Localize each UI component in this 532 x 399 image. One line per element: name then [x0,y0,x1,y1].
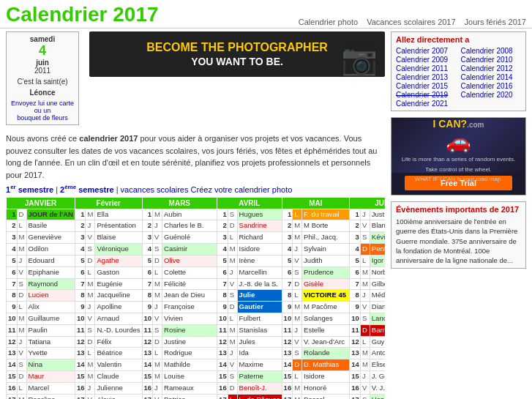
saint-name: Léonce [11,89,74,97]
car-icon: 🚗 [402,130,516,154]
sidebar-link-2009[interactable]: Calendrier 2009 [396,56,457,64]
month-jun-header: JUIN [350,197,385,209]
table-row: 17MRoseline 17VAlexis 17VPatrice 17LL. d… [7,394,386,399]
events-text: 100ième anniversaire de l'entrée en guer… [396,217,521,265]
sidebar-link-grid: Calendrier 2007 Calendrier 2008 Calendri… [396,47,521,108]
table-row: 8DLucien 8MJacqueline 8MJean de Dieu 8SJ… [7,290,386,302]
sidebar-link-2012[interactable]: Calendrier 2012 [461,64,522,72]
month-may-header: MAI [282,197,350,209]
sidebar-title: Allez directement a [396,35,521,44]
right-sidebar: Allez directement a Calendrier 2007 Cale… [391,31,526,399]
create-cal-link[interactable]: Créez votre calendrier photo [191,185,293,194]
table-row: 15DMaur 15MClaude 15MLouise 15SPaterne 1… [7,371,386,383]
table-row: 4MOdilon 4SVéronique 4SCasimir 4MIsidore… [7,244,386,256]
sem2-link[interactable]: 2ème semestre [60,185,114,194]
page-title: Calendrier 2017 [6,3,159,26]
sidebar-links-box: Allez directement a Calendrier 2007 Cale… [391,31,526,111]
sidebar-link-2015[interactable]: Calendrier 2015 [396,82,457,90]
nav-jours-feries[interactable]: Jours fériés 2017 [465,18,526,26]
table-row: 1DJOUR de l'AN 1MElla 1MAubin 1SHugues 1… [7,209,386,220]
table-row: 13VYvette 13LBéatrice 13LRodrigue 13JIda… [7,348,386,359]
header-nav: Calendrier photo Vacances scolaires 2017… [299,18,526,26]
sidebar-link-2008[interactable]: Calendrier 2008 [461,47,522,55]
ad-box: WHAT IFI CAN?.com 🚗 Life is more than a … [391,117,526,195]
month-feb-header: Février [75,197,142,209]
sidebar-link-2021[interactable]: Calendrier 2021 [396,100,457,108]
saint-date: 4 [11,43,74,59]
saint-label: C'est la saint(e) [11,78,74,86]
saint-month: juin [11,59,74,67]
photographer-icon: 📷 [341,42,378,77]
saint-year: 2011 [11,67,74,75]
table-row: 14SNina 14MValentin 14MMathilde 14VMaxim… [7,359,386,371]
table-row: 9LAlix 9JApolline 9JFrançoise 9DGautier … [7,302,386,313]
intro-paragraph: Nous avons créé ce calendrier 2017 pour … [6,133,385,181]
ad-content: WHAT IFI CAN?.com 🚗 Life is more than a … [402,117,516,183]
table-row: 6VEpiphanie 6LGaston 6LColette 6JMarcell… [7,266,386,278]
nav-vacances[interactable]: Vacances scolaires 2017 [367,18,455,26]
ad-title: WHAT IFI CAN?.com [402,117,516,130]
ad-body1: Life is more than a series of random eve… [402,156,516,163]
table-row: 12JTatiana 12DFélix 12DJustine 12MJules … [7,336,386,348]
sidebar-link-2016[interactable]: Calendrier 2016 [461,82,522,90]
saint-links: Envoyez lui une carte ou un bouquet de f… [11,100,74,122]
saint-day: samedi [11,35,74,43]
saint-box: samedi 4 juin 2011 C'est la saint(e) Léo… [6,31,79,125]
table-row: 2LBasile 2JPrésentation 2JCharles le B. … [7,220,386,232]
events-box: Évènements importants de 2017 100ième an… [391,201,526,269]
sidebar-link-2010[interactable]: Calendrier 2010 [461,56,522,64]
banner-line2: YOU WANT TO BE. [146,55,328,68]
sidebar-link-2011[interactable]: Calendrier 2011 [396,64,457,72]
sidebar-link-2007[interactable]: Calendrier 2007 [396,47,457,55]
calendar: JANVIER Février MARS AVRIL MAI JUIN 1DJO… [6,197,385,399]
table-row: 16LMarcel 16JJulienne 16JRameaux 16DBeno… [7,382,386,394]
ad-image-area: WHAT IFI CAN?.com 🚗 Life is more than a … [391,118,525,173]
calendar-table: JANVIER Février MARS AVRIL MAI JUIN 1DJO… [6,197,385,399]
intro-bold: calendrier 2017 [79,134,138,143]
ad-body2: Take control of the wheel. [402,166,516,174]
sidebar-link-2014[interactable]: Calendrier 2014 [461,73,522,81]
month-jan-header: JANVIER [7,197,75,209]
page-header: Calendrier 2017 Calendrier photo Vacance… [0,0,532,29]
sidebar-link-2013[interactable]: Calendrier 2013 [396,73,457,81]
banner-ad: BECOME THE PHOTOGRAPHER YOU WANT TO BE. … [89,31,385,77]
table-row: 5JEdouard 5DAgathe 5DOlive 5MIrène 5VJud… [7,255,386,266]
month-apr-header: AVRIL [217,197,282,209]
main-layout: samedi 4 juin 2011 C'est la saint(e) Léo… [0,29,532,399]
month-mar-header: MARS [142,197,217,209]
sidebar-link-2020[interactable]: Calendrier 2020 [461,91,522,99]
vacances-link[interactable]: vacances scolaires [121,185,189,194]
left-content: samedi 4 juin 2011 C'est la saint(e) Léo… [6,31,385,399]
banner-line1: BECOME THE PHOTOGRAPHER [146,40,328,56]
events-title: Évènements importants de 2017 [396,205,521,214]
table-row: 7SRaymond 7MEugénie 7MFélicité 7VJ.-8. d… [7,278,386,290]
sem1-link[interactable]: 1er semestre [6,185,53,194]
semester-nav: 1er semestre | 2ème semestre | vacances … [6,184,385,194]
table-row: 11MPaulin 11SN.-D. Lourdes 11SRosine 11M… [7,324,386,336]
carte-link[interactable]: carte [59,100,74,107]
sidebar-link-2019[interactable]: Calendrier 2019 [396,91,457,99]
table-row: 3MGeneviève 3VBlaise 3VGuénolé 3LRichard… [7,232,386,244]
table-row: 10MGuillaume 10VArnaud 10VVivien 10LFulb… [7,313,386,324]
bouquet-link[interactable]: bouquet de fleurs [17,114,68,122]
nav-calendrier-photo[interactable]: Calendrier photo [299,18,358,26]
